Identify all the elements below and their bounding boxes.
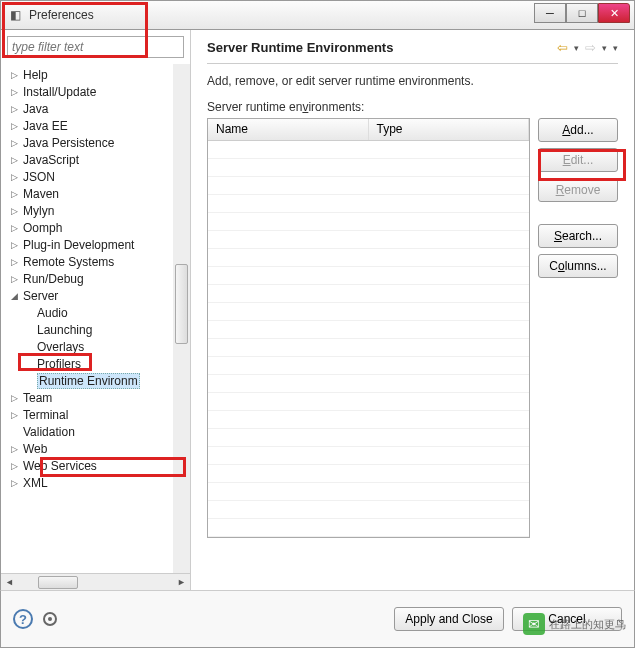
preferences-tree[interactable]: ▷Help▷Install/Update▷Java▷Java EE▷Java P… bbox=[1, 64, 190, 573]
expand-icon[interactable]: ▷ bbox=[11, 70, 23, 80]
tree-item-web[interactable]: ▷Web bbox=[5, 440, 190, 457]
tree-item-team[interactable]: ▷Team bbox=[5, 389, 190, 406]
tree-item-label: Profilers bbox=[37, 357, 81, 371]
expand-icon[interactable]: ▷ bbox=[11, 172, 23, 182]
filter-input[interactable] bbox=[7, 36, 184, 58]
scroll-left-icon[interactable]: ◄ bbox=[1, 574, 18, 591]
expand-icon[interactable]: ▷ bbox=[11, 121, 23, 131]
maximize-button[interactable]: □ bbox=[566, 3, 598, 23]
edit-button[interactable]: Edit... bbox=[538, 148, 618, 172]
column-header-name[interactable]: Name bbox=[208, 119, 369, 140]
tree-item-server[interactable]: ◢Server bbox=[5, 287, 190, 304]
table-row bbox=[208, 213, 529, 231]
tree-horizontal-scrollbar[interactable]: ◄ ► bbox=[1, 573, 190, 590]
tree-item-run-debug[interactable]: ▷Run/Debug bbox=[5, 270, 190, 287]
add-button[interactable]: Add... bbox=[538, 118, 618, 142]
preferences-detail-panel: Server Runtime Environments ⇦ ▾ ⇨ ▾ ▾ Ad… bbox=[191, 30, 634, 590]
table-row bbox=[208, 177, 529, 195]
tree-vertical-scrollbar[interactable] bbox=[173, 64, 190, 573]
watermark: ✉ 在路上的知更鸟 bbox=[523, 613, 626, 635]
tree-item-remote-systems[interactable]: ▷Remote Systems bbox=[5, 253, 190, 270]
search-button[interactable]: Search... bbox=[538, 224, 618, 248]
columns-button[interactable]: Columns... bbox=[538, 254, 618, 278]
tree-item-label: Launching bbox=[37, 323, 92, 337]
tree-item-audio[interactable]: Audio bbox=[5, 304, 190, 321]
expand-icon[interactable]: ▷ bbox=[11, 87, 23, 97]
back-icon[interactable]: ⇦ bbox=[557, 40, 568, 55]
tree-item-label: Plug-in Development bbox=[23, 238, 134, 252]
tree-item-maven[interactable]: ▷Maven bbox=[5, 185, 190, 202]
tree-item-label: Server bbox=[23, 289, 58, 303]
tree-item-help[interactable]: ▷Help bbox=[5, 66, 190, 83]
tree-item-label: Team bbox=[23, 391, 52, 405]
tree-item-java-ee[interactable]: ▷Java EE bbox=[5, 117, 190, 134]
table-row bbox=[208, 231, 529, 249]
table-caption: Server runtime environments: bbox=[207, 100, 618, 114]
expand-icon[interactable]: ▷ bbox=[11, 444, 23, 454]
tree-item-terminal[interactable]: ▷Terminal bbox=[5, 406, 190, 423]
table-row bbox=[208, 465, 529, 483]
minimize-button[interactable]: ─ bbox=[534, 3, 566, 23]
tree-item-install-update[interactable]: ▷Install/Update bbox=[5, 83, 190, 100]
tree-item-java[interactable]: ▷Java bbox=[5, 100, 190, 117]
expand-icon[interactable]: ▷ bbox=[11, 393, 23, 403]
tree-item-overlays[interactable]: Overlays bbox=[5, 338, 190, 355]
table-row bbox=[208, 429, 529, 447]
tree-item-oomph[interactable]: ▷Oomph bbox=[5, 219, 190, 236]
expand-icon[interactable]: ▷ bbox=[11, 461, 23, 471]
expand-icon[interactable]: ▷ bbox=[11, 240, 23, 250]
tree-item-validation[interactable]: Validation bbox=[5, 423, 190, 440]
tree-item-json[interactable]: ▷JSON bbox=[5, 168, 190, 185]
back-menu-icon[interactable]: ▾ bbox=[574, 43, 579, 53]
collapse-icon[interactable]: ◢ bbox=[11, 291, 23, 301]
expand-icon[interactable]: ▷ bbox=[11, 138, 23, 148]
tree-item-web-services[interactable]: ▷Web Services bbox=[5, 457, 190, 474]
column-header-type[interactable]: Type bbox=[369, 119, 530, 140]
expand-icon[interactable]: ▷ bbox=[11, 104, 23, 114]
close-button[interactable]: ✕ bbox=[598, 3, 630, 23]
tree-item-label: Maven bbox=[23, 187, 59, 201]
tree-item-label: Oomph bbox=[23, 221, 62, 235]
expand-icon[interactable]: ▷ bbox=[11, 410, 23, 420]
tree-item-label: Validation bbox=[23, 425, 75, 439]
watermark-text: 在路上的知更鸟 bbox=[549, 617, 626, 632]
panel-description: Add, remove, or edit server runtime envi… bbox=[207, 74, 618, 88]
tree-item-plug-in-development[interactable]: ▷Plug-in Development bbox=[5, 236, 190, 253]
expand-icon[interactable]: ▷ bbox=[11, 189, 23, 199]
tree-item-mylyn[interactable]: ▷Mylyn bbox=[5, 202, 190, 219]
tree-item-profilers[interactable]: Profilers bbox=[5, 355, 190, 372]
apply-and-close-button[interactable]: Apply and Close bbox=[394, 607, 504, 631]
window-title: Preferences bbox=[29, 8, 94, 22]
tree-item-label: Java bbox=[23, 102, 48, 116]
remove-button[interactable]: Remove bbox=[538, 178, 618, 202]
tree-item-label: Help bbox=[23, 68, 48, 82]
forward-icon[interactable]: ⇨ bbox=[585, 40, 596, 55]
table-row bbox=[208, 321, 529, 339]
table-row bbox=[208, 519, 529, 537]
expand-icon[interactable]: ▷ bbox=[11, 155, 23, 165]
tree-item-label: Overlays bbox=[37, 340, 84, 354]
tree-item-label: Run/Debug bbox=[23, 272, 84, 286]
expand-icon[interactable]: ▷ bbox=[11, 274, 23, 284]
expand-icon[interactable]: ▷ bbox=[11, 206, 23, 216]
table-row bbox=[208, 339, 529, 357]
tree-item-label: Runtime Environm bbox=[37, 373, 140, 389]
view-menu-icon[interactable]: ▾ bbox=[613, 43, 618, 53]
tree-item-label: Mylyn bbox=[23, 204, 54, 218]
forward-menu-icon[interactable]: ▾ bbox=[602, 43, 607, 53]
panel-title: Server Runtime Environments bbox=[207, 40, 393, 55]
tree-item-label: Web bbox=[23, 442, 47, 456]
tree-item-xml[interactable]: ▷XML bbox=[5, 474, 190, 491]
tree-item-javascript[interactable]: ▷JavaScript bbox=[5, 151, 190, 168]
expand-icon[interactable]: ▷ bbox=[11, 257, 23, 267]
expand-icon[interactable]: ▷ bbox=[11, 223, 23, 233]
oomph-recorder-icon[interactable] bbox=[43, 612, 57, 626]
tree-item-java-persistence[interactable]: ▷Java Persistence bbox=[5, 134, 190, 151]
tree-item-launching[interactable]: Launching bbox=[5, 321, 190, 338]
tree-item-runtime-environm[interactable]: Runtime Environm bbox=[5, 372, 190, 389]
scroll-right-icon[interactable]: ► bbox=[173, 574, 190, 591]
help-icon[interactable]: ? bbox=[13, 609, 33, 629]
expand-icon[interactable]: ▷ bbox=[11, 478, 23, 488]
runtime-environments-table[interactable]: Name Type bbox=[207, 118, 530, 538]
table-row bbox=[208, 357, 529, 375]
